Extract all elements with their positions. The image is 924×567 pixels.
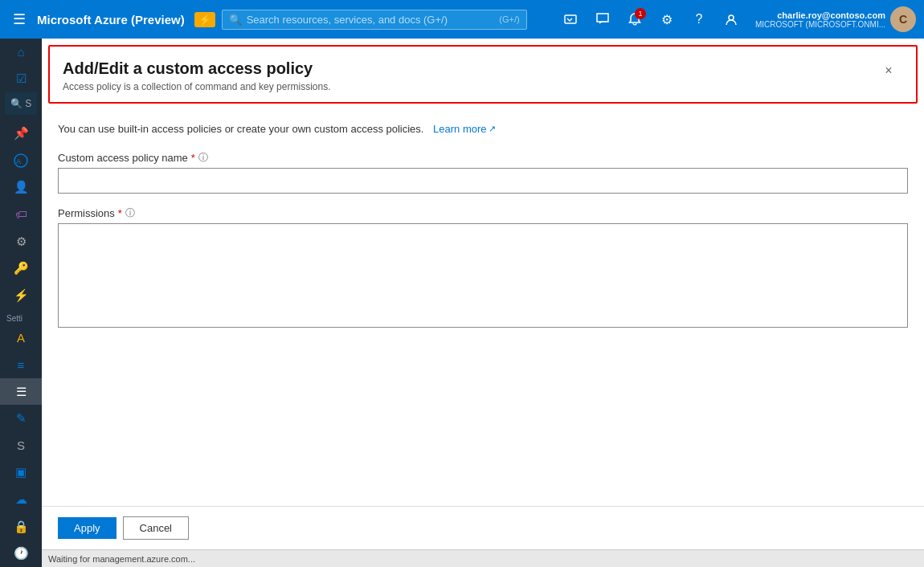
sidebar-item-clock[interactable]: 🕐 xyxy=(0,540,42,567)
learn-more-link[interactable]: Learn more ↗ xyxy=(433,123,495,135)
notifications-button[interactable]: 1 xyxy=(620,5,649,34)
search-shortcut: (G+/) xyxy=(499,14,519,24)
dialog-title: Add/Edit a custom access policy xyxy=(63,59,871,78)
search-bar: 🔍 (G+/) xyxy=(222,10,527,30)
sidebar-item-edit[interactable]: ✎ xyxy=(0,405,42,432)
status-bar: Waiting for management.azure.com... xyxy=(42,549,924,567)
info-text-main: You can use built-in access policies or … xyxy=(58,123,423,135)
app-title: Microsoft Azure (Preview) xyxy=(37,13,185,27)
sidebar-item-keys[interactable]: 🔑 xyxy=(0,255,42,282)
sidebar-item-home[interactable]: ⌂ xyxy=(0,39,42,66)
apply-button[interactable]: Apply xyxy=(58,517,117,539)
cloud-shell-button[interactable] xyxy=(556,5,585,34)
sidebar-item-bolt[interactable]: ⚡ xyxy=(0,282,42,309)
avatar[interactable]: C xyxy=(890,6,916,32)
policy-name-input[interactable] xyxy=(58,168,908,194)
dialog-header: Add/Edit a custom access policy Access p… xyxy=(48,45,918,104)
panel-backdrop: Add/Edit a custom access policy Access p… xyxy=(42,39,924,567)
user-tenant: MICROSOFT (MICROSOFT.ONMI... xyxy=(755,20,885,29)
main-layout: ⌂ ☑ 🔍 S 📌 A 👤 🏷 ⚙ 🔑 ⚡ Setti A ≡ ☰ ✎ S ▣ … xyxy=(0,39,924,567)
sidebar-item-cube[interactable]: ▣ xyxy=(0,459,42,487)
user-info: charlie.roy@contoso.com MICROSOFT (MICRO… xyxy=(755,10,885,29)
feedback-button[interactable] xyxy=(588,5,617,34)
dialog-footer: Apply Cancel xyxy=(42,506,924,549)
dialog-subtitle: Access policy is a collection of command… xyxy=(63,81,871,92)
permissions-input[interactable] xyxy=(58,223,908,328)
permissions-info-icon[interactable]: ⓘ xyxy=(125,206,135,220)
permissions-label-text: Permissions xyxy=(58,207,115,219)
spark-icon: ⚡ xyxy=(194,12,215,27)
sidebar-item-s2[interactable]: ≡ xyxy=(0,351,42,378)
notification-count: 1 xyxy=(635,8,646,19)
topbar-icons: 1 ⚙ ? xyxy=(556,5,746,34)
sidebar-item-s4[interactable]: S xyxy=(0,432,42,459)
external-link-icon: ↗ xyxy=(489,124,496,134)
content-area: Add/Edit a custom access policy Access p… xyxy=(42,39,924,567)
sidebar-item-users[interactable]: 👤 xyxy=(0,174,42,202)
svg-point-1 xyxy=(729,15,734,20)
sidebar-item-pin[interactable]: 📌 xyxy=(0,120,42,147)
azure-sidebar: ⌂ ☑ 🔍 S 📌 A 👤 🏷 ⚙ 🔑 ⚡ Setti A ≡ ☰ ✎ S ▣ … xyxy=(0,39,42,567)
search-icon: 🔍 xyxy=(229,14,242,26)
sidebar-item-lock[interactable]: 🔒 xyxy=(0,513,42,540)
policy-name-label-text: Custom access policy name xyxy=(58,152,188,164)
cancel-button[interactable]: Cancel xyxy=(123,516,189,540)
sidebar-item-search[interactable]: 🔍 S xyxy=(0,92,42,115)
policy-name-label: Custom access policy name * ⓘ xyxy=(58,151,908,165)
topbar: ☰ Microsoft Azure (Preview) ⚡ 🔍 (G+/) 1 … xyxy=(0,0,924,39)
status-text: Waiting for management.azure.com... xyxy=(48,554,195,564)
svg-text:A: A xyxy=(16,157,21,165)
sidebar-item-s1[interactable]: A xyxy=(0,324,42,352)
sidebar-item-favorites[interactable]: ☑ xyxy=(0,66,42,93)
policy-name-required: * xyxy=(191,152,195,164)
dialog-body: You can use built-in access policies or … xyxy=(42,110,924,506)
dialog-header-text: Add/Edit a custom access policy Access p… xyxy=(63,59,871,92)
learn-more-label: Learn more xyxy=(433,123,486,135)
directory-button[interactable] xyxy=(717,5,746,34)
sidebar-item-s3[interactable]: ☰ xyxy=(0,378,42,406)
policy-name-info-icon[interactable]: ⓘ xyxy=(198,151,208,165)
sidebar-item-arm[interactable]: A xyxy=(0,147,42,174)
policy-name-field: Custom access policy name * ⓘ xyxy=(58,151,908,194)
user-profile[interactable]: charlie.roy@contoso.com MICROSOFT (MICRO… xyxy=(755,6,916,32)
search-input[interactable] xyxy=(247,14,500,26)
sidebar-item-tags[interactable]: 🏷 xyxy=(0,201,42,228)
permissions-field: Permissions * ⓘ xyxy=(58,206,908,330)
sidebar-section-settings: Setti xyxy=(0,309,42,324)
permissions-required: * xyxy=(118,207,122,219)
settings-button[interactable]: ⚙ xyxy=(652,5,681,34)
hamburger-menu-button[interactable]: ☰ xyxy=(8,6,31,33)
user-email: charlie.roy@contoso.com xyxy=(777,10,885,20)
help-button[interactable]: ? xyxy=(685,5,713,34)
sidebar-item-config[interactable]: ⚙ xyxy=(0,228,42,255)
sidebar-item-cloud[interactable]: ☁ xyxy=(0,486,42,513)
permissions-label: Permissions * ⓘ xyxy=(58,206,908,220)
info-text: You can use built-in access policies or … xyxy=(58,123,908,135)
close-button[interactable]: × xyxy=(877,59,900,82)
